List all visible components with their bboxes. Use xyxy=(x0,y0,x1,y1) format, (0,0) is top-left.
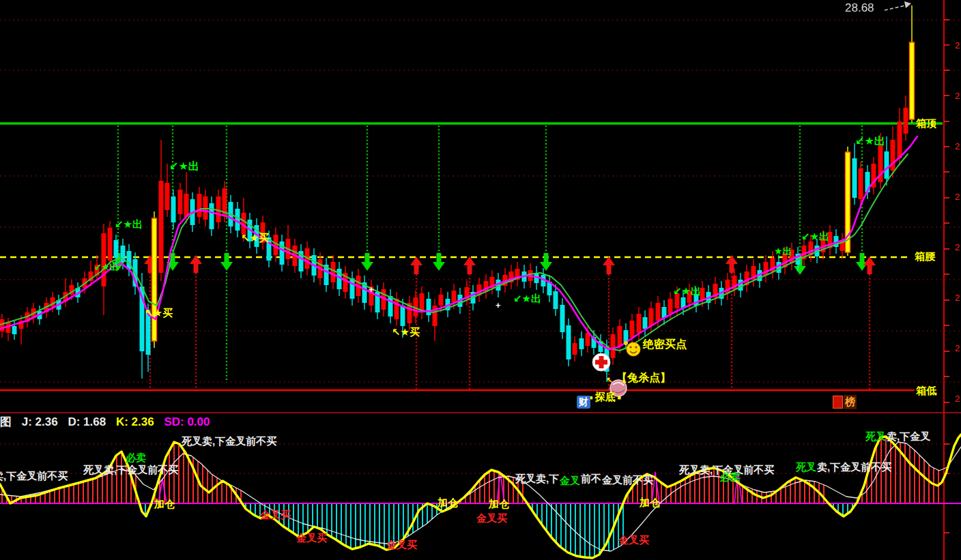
indicator-text-label: 死叉卖,下金叉前不买 xyxy=(83,465,178,475)
sell-signal-label: ↙★出 xyxy=(673,286,701,296)
indicator-text-label: 死叉卖,下金叉前不买 xyxy=(182,436,276,446)
indicator-text-label: 必卖 xyxy=(126,452,146,462)
svg-text:2: 2 xyxy=(955,343,960,353)
k-value: K: 2.36 xyxy=(116,415,154,428)
sell-signal-label: ↙★出 xyxy=(513,293,541,304)
candles-layer xyxy=(0,5,915,382)
indicator-text-label: 金叉 xyxy=(560,475,580,486)
stock-chart-window: 22222222 ↙★出↙★出↙★出↙★出↙★出★出↙★出↙★出↖★买↖★买↖★… xyxy=(0,0,961,560)
sell-signal-label: ↙★出 xyxy=(115,219,143,229)
svg-text:2: 2 xyxy=(955,91,960,101)
kill-point-arrow: ↖ xyxy=(606,376,613,385)
square-marker-icon: ■ xyxy=(617,394,620,401)
svg-text:2: 2 xyxy=(955,242,960,252)
svg-text:2: 2 xyxy=(955,192,960,202)
svg-text:2: 2 xyxy=(955,141,960,151)
indicator-text-label: 加仓 xyxy=(438,497,458,507)
indicator-text-label: 死叉 xyxy=(796,462,816,472)
plus-marker: + xyxy=(369,285,374,294)
buy-signal-label: ↖★买 xyxy=(392,327,420,337)
sell-signal-label: ↙★出 xyxy=(169,161,199,172)
indicator-text-label: 必卖 xyxy=(720,471,741,482)
kill-point-label: 【兔杀点】 xyxy=(616,371,671,385)
ma-lines-layer xyxy=(0,136,917,351)
bang-tag[interactable]: 榜 xyxy=(833,395,857,409)
indicator-text-label: 加仓 xyxy=(489,499,509,509)
j-value: J: 2.36 xyxy=(22,415,58,428)
sell-signal-label: ★出 xyxy=(774,246,792,256)
sell-signal-label: ↙★出 xyxy=(801,231,829,241)
box-top-label: 箱顶 xyxy=(916,117,936,130)
right-axis: 22222222 xyxy=(944,0,960,560)
indicator-text-label: 金叉前不买 xyxy=(602,475,653,485)
sell-signal-label: ↙★出 xyxy=(94,263,119,271)
plus-marker: + xyxy=(496,301,501,310)
indicator-text-label: 金叉买 xyxy=(386,540,417,550)
buy-signal-label: ↖★买 xyxy=(145,308,173,318)
price-peak-arrow xyxy=(885,1,911,10)
sell-signal-verticals xyxy=(112,126,868,382)
indicator-header: 图 J: 2.36 D: 1.68 K: 2.36 SD: 0.00 xyxy=(0,414,216,430)
buy-signal-label: ↖★买 xyxy=(241,233,269,243)
probe-bottom-label: 探底 xyxy=(594,391,615,404)
indicator-text-label: 卖,下金叉前不买 xyxy=(0,471,68,481)
indicator-text-label: 金叉买 xyxy=(260,510,291,520)
indicator-text-label: 卖,下金叉前不买 xyxy=(817,462,891,472)
box-mid-label: 箱腰 xyxy=(915,250,935,263)
bang-label: 榜 xyxy=(844,395,857,409)
indicator-text-label: 加仓 xyxy=(154,499,175,509)
indicator-text-label: 卖,下金叉 xyxy=(887,431,930,441)
indicator-text-label: 金叉买 xyxy=(476,513,507,523)
svg-text:2: 2 xyxy=(955,394,960,404)
indicator-text-label: 加仓 xyxy=(640,497,660,507)
probe-bottom-tag: ■ 探底 ■ xyxy=(587,391,623,404)
cai-tag[interactable]: 财 xyxy=(577,396,590,409)
indicator-text-label: 金叉买 xyxy=(296,533,327,543)
chart-canvas[interactable]: 22222222 xyxy=(0,0,961,560)
price-peak-label: 28.68 xyxy=(845,1,874,15)
flame-icon xyxy=(833,396,843,409)
indicator-text-label: 死叉 xyxy=(865,431,886,441)
secret-buy-point-label: 绝密买点 xyxy=(643,338,687,352)
indicator-text-label: 金叉买 xyxy=(618,535,649,545)
d-value: D: 1.68 xyxy=(68,415,106,428)
indicator-title: 图 xyxy=(0,415,12,428)
indicator-text-label: 死叉卖,下 xyxy=(515,473,559,484)
indicator-text-label: 前不 xyxy=(581,473,601,484)
box-low-label: 箱低 xyxy=(916,385,936,398)
box-lines-layer xyxy=(0,123,961,413)
sd-value: SD: 0.00 xyxy=(164,415,210,428)
svg-text:2: 2 xyxy=(955,40,960,50)
svg-text:2: 2 xyxy=(955,293,960,303)
sell-signal-label: ↙★出 xyxy=(855,136,885,147)
